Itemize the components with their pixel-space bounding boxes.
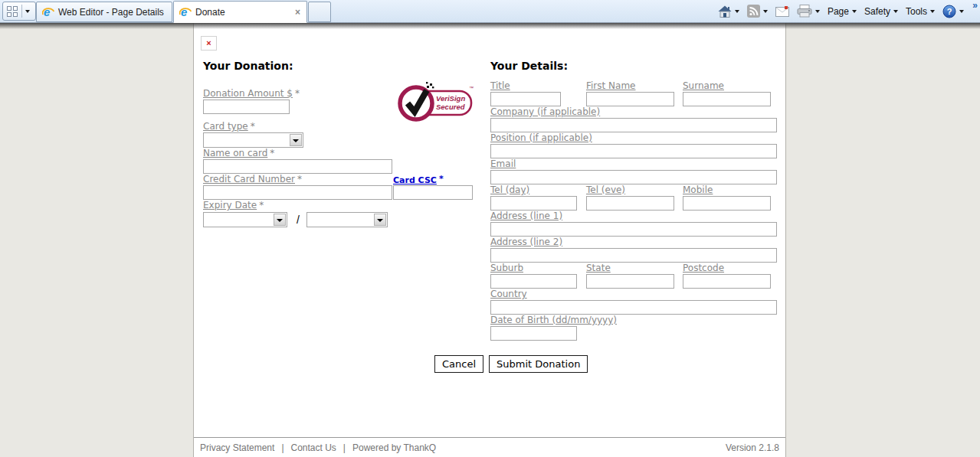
help-icon: ?	[942, 5, 956, 18]
card-type-label: Card type	[203, 121, 248, 132]
required-marker: *	[259, 200, 264, 211]
surname-input[interactable]	[683, 92, 771, 106]
home-button[interactable]	[714, 2, 743, 21]
required-marker: *	[297, 174, 302, 184]
name-on-card-input[interactable]	[203, 159, 392, 174]
state-input[interactable]	[586, 274, 674, 289]
email-input[interactable]	[490, 170, 777, 184]
content-panel: × Your Donation: Donation Amount $* Card…	[193, 23, 786, 457]
address2-input[interactable]	[490, 248, 777, 263]
chevron-down-icon	[930, 10, 935, 13]
suburb-input[interactable]	[490, 274, 577, 289]
safety-menu[interactable]: Safety	[860, 2, 902, 21]
suburb-row: Suburb State Postcode	[490, 263, 777, 289]
title-input[interactable]	[490, 92, 561, 106]
close-icon[interactable]: ×	[295, 7, 300, 18]
postcode-label: Postcode	[683, 263, 724, 273]
expiry-year-select[interactable]	[306, 212, 388, 227]
feeds-button[interactable]	[743, 2, 772, 21]
dropdown-arrow-icon[interactable]	[290, 134, 302, 146]
ie-logo-icon: e	[42, 6, 54, 18]
name-row: Title First Name Surname	[490, 80, 777, 106]
home-icon	[718, 5, 732, 18]
credit-card-number-field: Credit Card Number*	[203, 174, 392, 200]
browser-chrome: e Web Editor - Page Details e Donate ×	[0, 0, 980, 23]
dropdown-arrow-icon[interactable]	[274, 214, 286, 226]
dob-field: Date of Birth (dd/mm/yyyy)	[490, 315, 777, 341]
help-menu[interactable]: ?	[939, 2, 968, 21]
submit-donation-button[interactable]: Submit Donation	[489, 355, 588, 373]
postcode-field: Postcode	[683, 263, 777, 289]
contact-us-link[interactable]: Contact Us	[291, 442, 336, 453]
address2-label: Address (line 2)	[490, 237, 562, 247]
country-label: Country	[490, 289, 527, 299]
surname-field: Surname	[683, 80, 777, 106]
suburb-field: Suburb	[490, 263, 586, 289]
chevron-down-icon	[893, 10, 898, 13]
tel-eve-field: Tel (eve)	[586, 184, 683, 211]
country-input[interactable]	[490, 300, 777, 315]
privacy-statement-link[interactable]: Privacy Statement	[200, 442, 274, 453]
new-tab-stub[interactable]	[308, 2, 331, 22]
quick-tabs-button[interactable]	[2, 2, 36, 21]
read-mail-icon	[775, 6, 789, 17]
powered-by-text: Powered by ThankQ	[352, 442, 436, 453]
credit-card-number-label: Credit Card Number	[203, 174, 295, 184]
address1-input[interactable]	[490, 222, 777, 237]
dob-input[interactable]	[490, 326, 577, 341]
state-field: State	[586, 263, 683, 289]
version-text: Version 2.1.8	[726, 442, 779, 453]
toolbar-overflow-chevron[interactable]: »	[972, 0, 978, 11]
country-field: Country	[490, 289, 777, 315]
verisign-secured-seal[interactable]: ™ VeriSign Secured	[393, 80, 474, 126]
tel-day-input[interactable]	[490, 196, 577, 211]
dob-label: Date of Birth (dd/mm/yyyy)	[490, 315, 617, 325]
surname-label: Surname	[683, 80, 724, 91]
mobile-input[interactable]	[683, 196, 771, 211]
donation-amount-input[interactable]	[203, 100, 290, 114]
page-menu-label: Page	[828, 6, 849, 17]
expiry-date-label: Expiry Date	[203, 200, 257, 211]
tel-day-label: Tel (day)	[490, 184, 529, 195]
postcode-input[interactable]	[683, 274, 771, 289]
card-csc-input[interactable]	[393, 185, 473, 200]
command-toolbar: Page Safety Tools ?	[714, 0, 968, 22]
card-number-row: Credit Card Number* Card CSC*	[203, 174, 473, 200]
company-input[interactable]	[490, 118, 777, 132]
tel-eve-label: Tel (eve)	[586, 184, 625, 195]
phone-row: Tel (day) Tel (eve) Mobile	[490, 184, 777, 211]
tel-eve-input[interactable]	[586, 196, 674, 211]
mobile-field: Mobile	[683, 184, 777, 211]
footer-separator: |	[343, 442, 346, 453]
expiry-month-select[interactable]	[203, 212, 287, 227]
position-input[interactable]	[490, 144, 777, 158]
secured-text: Secured	[436, 103, 465, 111]
required-marker: *	[439, 174, 444, 184]
tools-menu-label: Tools	[906, 6, 927, 17]
print-button[interactable]	[793, 2, 824, 21]
tab-web-editor[interactable]: e Web Editor - Page Details	[36, 2, 172, 22]
page-footer: Privacy Statement | Contact Us | Powered…	[200, 442, 779, 453]
cancel-button[interactable]: Cancel	[434, 355, 483, 373]
quick-tabs-icon	[7, 6, 18, 17]
donation-amount-label: Donation Amount $	[203, 88, 293, 99]
chevron-down-icon	[735, 10, 739, 13]
read-mail-button[interactable]	[772, 2, 793, 21]
address1-label: Address (line 1)	[490, 211, 562, 221]
print-icon	[797, 5, 812, 18]
details-heading: Your Details:	[490, 60, 777, 72]
first-name-input[interactable]	[586, 92, 674, 106]
email-label: Email	[490, 158, 516, 169]
page-menu[interactable]: Page	[824, 2, 860, 21]
card-type-select[interactable]	[203, 132, 303, 148]
first-name-label: First Name	[586, 80, 635, 91]
company-field: Company (if applicable)	[490, 106, 777, 132]
broken-image-icon: ×	[201, 36, 217, 51]
credit-card-number-input[interactable]	[203, 185, 392, 200]
tab-donate[interactable]: e Donate ×	[173, 1, 307, 23]
feeds-icon	[747, 5, 760, 18]
required-marker: *	[270, 148, 274, 158]
dropdown-arrow-icon[interactable]	[374, 214, 386, 226]
tools-menu[interactable]: Tools	[902, 2, 939, 21]
footer-separator: |	[281, 442, 284, 453]
